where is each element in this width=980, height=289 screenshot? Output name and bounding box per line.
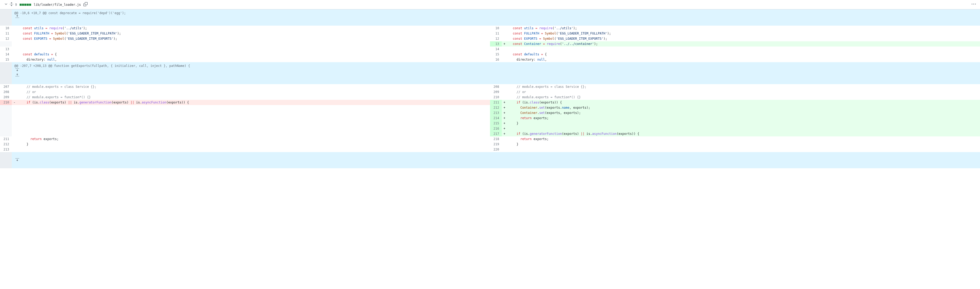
line-num-left[interactable]: 11 bbox=[0, 31, 12, 36]
code-right: const defaults = { bbox=[507, 52, 980, 57]
line-num-right[interactable]: 208 bbox=[490, 84, 502, 89]
code-left: const defaults = { bbox=[17, 52, 490, 57]
code-left: // module.exports = function*() {} bbox=[17, 95, 490, 100]
line-num-left[interactable]: 13 bbox=[0, 46, 12, 52]
change-count: 9 bbox=[15, 3, 17, 6]
file-path-link[interactable]: lib/loader/file_loader.js bbox=[34, 3, 81, 6]
diff-row: 212 } 219 } bbox=[0, 141, 980, 147]
expand-up-icon bbox=[15, 73, 19, 77]
diff-row: 209 // module.exports = function*() {} 2… bbox=[0, 95, 980, 100]
line-num-left[interactable]: 14 bbox=[0, 52, 12, 57]
diff-row: 207 // module.exports = class Service {}… bbox=[0, 84, 980, 89]
code-right: return exports; bbox=[507, 116, 980, 121]
line-num-left[interactable]: 210 bbox=[0, 100, 12, 105]
diff-row: 211 return exports; 218 return exports; bbox=[0, 137, 980, 141]
expand-down-icon bbox=[15, 157, 19, 162]
copy-path-button[interactable] bbox=[82, 2, 88, 7]
line-num-right[interactable]: 212 bbox=[490, 105, 502, 110]
diff-row: 12 const EXPORTS = Symbol('EGG_LOADER_IT… bbox=[0, 36, 980, 41]
diff-row: 208 // or 209 // or bbox=[0, 89, 980, 95]
line-num-right[interactable]: 214 bbox=[490, 116, 502, 121]
expand-up-cell[interactable] bbox=[0, 10, 12, 25]
code-left: // module.exports = class Service {}; bbox=[17, 84, 490, 89]
code-right: const utils = require('../utils'); bbox=[507, 25, 980, 31]
code-right: } bbox=[507, 141, 980, 147]
code-right: } bbox=[507, 121, 980, 126]
diff-stat-blocks bbox=[20, 4, 31, 6]
line-num-left[interactable]: 12 bbox=[0, 36, 12, 41]
diff-table: @@ -10,6 +10,7 @@ const deprecate = requ… bbox=[0, 10, 980, 168]
diff-row: 15 directory: null, 16 directory: null, bbox=[0, 57, 980, 62]
line-num-right[interactable]: 10 bbox=[490, 25, 502, 31]
line-num-right[interactable]: 219 bbox=[490, 141, 502, 147]
line-num-right[interactable]: 211 bbox=[490, 100, 502, 105]
line-num-left[interactable]: 208 bbox=[0, 89, 12, 95]
line-num-right[interactable]: 213 bbox=[490, 110, 502, 116]
diff-row: 11 const FULLPATH = Symbol('EGG_LOADER_I… bbox=[0, 31, 980, 36]
line-num-right[interactable]: 215 bbox=[490, 121, 502, 126]
line-num-left[interactable]: 213 bbox=[0, 147, 12, 152]
diff-row: 214 + return exports; bbox=[0, 116, 980, 121]
file-menu-button[interactable] bbox=[972, 3, 976, 7]
diff-block-add bbox=[27, 4, 29, 6]
code-right: Container.set(exports.name, exports); bbox=[507, 105, 980, 110]
diff-row: 217 + if (is.generatorFunction(exports) … bbox=[0, 131, 980, 137]
line-num-left[interactable]: 211 bbox=[0, 137, 12, 141]
line-num-right[interactable]: 16 bbox=[490, 57, 502, 62]
unfold-icon bbox=[10, 2, 14, 6]
chevron-down-icon bbox=[4, 2, 8, 6]
expand-down-cell[interactable] bbox=[0, 152, 12, 168]
diff-row: 213 + Container.set(exports, exports); bbox=[0, 110, 980, 116]
code-left: const utils = require('../utils'); bbox=[17, 25, 490, 31]
line-num-left[interactable]: 207 bbox=[0, 84, 12, 89]
expand-mid-cell[interactable] bbox=[0, 62, 12, 84]
line-num-right[interactable]: 14 bbox=[490, 46, 502, 52]
code-left: const FULLPATH = Symbol('EGG_LOADER_ITEM… bbox=[17, 31, 490, 36]
file-header-right bbox=[972, 2, 976, 7]
code-right: const EXPORTS = Symbol('EGG_LOADER_ITEM_… bbox=[507, 36, 980, 41]
diff-block-add bbox=[22, 4, 24, 6]
line-num-right[interactable]: 216 bbox=[490, 126, 502, 131]
code-right bbox=[507, 46, 980, 52]
line-num-left[interactable]: 10 bbox=[0, 25, 12, 31]
line-num-left[interactable]: 209 bbox=[0, 95, 12, 100]
expand-bottom-row bbox=[0, 152, 980, 168]
code-left: directory: null, bbox=[17, 57, 490, 62]
hunk-text: @@ -10,6 +10,7 @@ const deprecate = requ… bbox=[12, 10, 980, 25]
code-right: // module.exports = class Service {}; bbox=[507, 84, 980, 89]
code-left bbox=[17, 147, 490, 152]
code-right: return exports; bbox=[507, 137, 980, 141]
file-header: 9 lib/loader/file_loader.js bbox=[0, 0, 980, 10]
collapse-toggle[interactable] bbox=[4, 2, 8, 7]
line-num-right[interactable]: 210 bbox=[490, 95, 502, 100]
code-left bbox=[17, 46, 490, 52]
line-num-right[interactable]: 12 bbox=[490, 36, 502, 41]
line-num-right[interactable]: 218 bbox=[490, 137, 502, 141]
diff-block-add bbox=[20, 4, 22, 6]
diff-block-add bbox=[24, 4, 26, 6]
hunk-text: @@ -207,7 +208,13 @@ function getExports… bbox=[12, 62, 980, 84]
line-num-right[interactable]: 13 bbox=[490, 41, 502, 46]
code-left: // or bbox=[17, 89, 490, 95]
code-right bbox=[507, 147, 980, 152]
diff-row: 210 - if (is.class(exports) || is.genera… bbox=[0, 100, 980, 105]
code-right: const FULLPATH = Symbol('EGG_LOADER_ITEM… bbox=[507, 31, 980, 36]
code-right: if (is.class(exports)) { bbox=[507, 100, 980, 105]
copy-icon bbox=[83, 2, 88, 6]
line-num-right[interactable]: 217 bbox=[490, 131, 502, 137]
diff-row: 216 + bbox=[0, 126, 980, 131]
code-right: const Container = require('../../contain… bbox=[507, 41, 980, 46]
diff-row: 212 + Container.set(exports.name, export… bbox=[0, 105, 980, 110]
line-num-right[interactable]: 220 bbox=[490, 147, 502, 152]
line-num-right[interactable]: 15 bbox=[490, 52, 502, 57]
line-num-left[interactable]: 212 bbox=[0, 141, 12, 147]
diff-row: 13 + const Container = require('../../co… bbox=[0, 41, 980, 46]
line-num-left[interactable]: 15 bbox=[0, 57, 12, 62]
code-left: const EXPORTS = Symbol('EGG_LOADER_ITEM_… bbox=[17, 36, 490, 41]
diff-row: 213 220 bbox=[0, 147, 980, 152]
line-num-right[interactable]: 209 bbox=[490, 89, 502, 95]
line-num-right[interactable]: 11 bbox=[490, 31, 502, 36]
diff-row: 14 const defaults = { 15 const defaults … bbox=[0, 52, 980, 57]
expand-all-toggle[interactable] bbox=[10, 2, 14, 7]
code-right: // module.exports = function*() {} bbox=[507, 95, 980, 100]
